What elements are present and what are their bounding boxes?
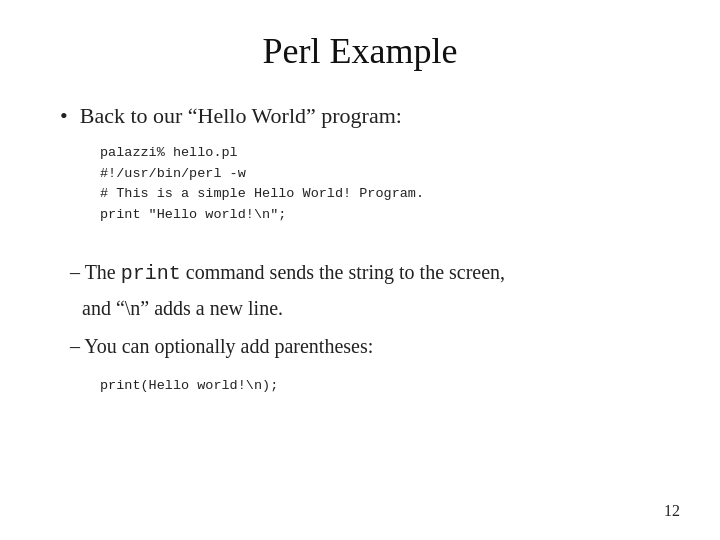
bullet-item: • Back to our “Hello World” program:	[60, 102, 660, 131]
dash-item-1-line2: and “\n” adds a new line.	[82, 294, 660, 322]
code-line-4: print "Hello world!\n";	[100, 205, 660, 226]
slide-title: Perl Example	[60, 30, 660, 72]
dash-2-text: – You can optionally add parentheses:	[70, 332, 373, 360]
code-line-1: palazzi% hello.pl	[100, 143, 660, 164]
page-number: 12	[664, 502, 680, 520]
dash-1-content: – The print command sends the string to …	[70, 258, 505, 288]
bullet-dot: •	[60, 102, 68, 131]
dash-1-prefix: – The	[70, 261, 121, 283]
bullet-section: • Back to our “Hello World” program: pal…	[60, 102, 660, 242]
code2-line-1: print(Hello world!\n);	[100, 376, 660, 397]
dash-1-line2-text: and “\n” adds a new line.	[82, 294, 283, 322]
dash-item-1: – The print command sends the string to …	[70, 258, 660, 288]
code-line-2: #!/usr/bin/perl -w	[100, 164, 660, 185]
slide: Perl Example • Back to our “Hello World”…	[0, 0, 720, 540]
code-block-1: palazzi% hello.pl #!/usr/bin/perl -w # T…	[100, 143, 660, 227]
code-line-3: # This is a simple Hello World! Program.	[100, 184, 660, 205]
dash-1-suffix: command sends the string to the screen,	[181, 261, 505, 283]
code-block-2: print(Hello world!\n);	[100, 376, 660, 397]
print-inline-code: print	[121, 262, 181, 285]
bullet-text: Back to our “Hello World” program:	[80, 102, 402, 131]
dash-item-2: – You can optionally add parentheses:	[70, 332, 660, 360]
